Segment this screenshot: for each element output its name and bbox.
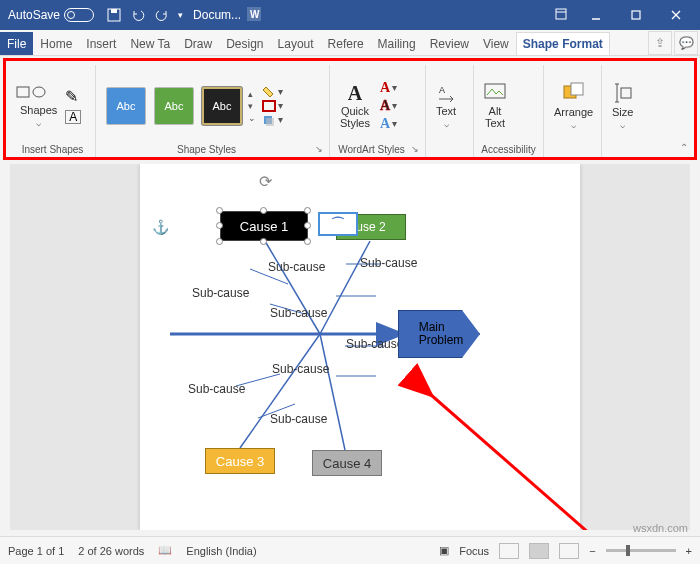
wordart-launcher-icon[interactable]: ↘ bbox=[411, 144, 419, 154]
focus-label[interactable]: Focus bbox=[459, 545, 489, 557]
maximize-button[interactable] bbox=[616, 0, 656, 30]
svg-rect-14 bbox=[266, 118, 274, 126]
spellcheck-icon[interactable]: 📖 bbox=[158, 544, 172, 557]
status-bar: Page 1 of 1 2 of 26 words 📖 English (Ind… bbox=[0, 536, 700, 564]
subcause-label: Sub-cause bbox=[192, 286, 249, 300]
svg-line-25 bbox=[265, 241, 320, 334]
tab-layout[interactable]: Layout bbox=[271, 32, 321, 55]
text-direction-icon: A bbox=[436, 83, 456, 105]
size-button[interactable]: Size bbox=[608, 82, 637, 130]
svg-rect-17 bbox=[485, 84, 505, 98]
cause-4-shape[interactable]: Cause 4 bbox=[312, 450, 382, 476]
tab-new[interactable]: New Ta bbox=[123, 32, 177, 55]
shape-outline-button[interactable]: ▾ bbox=[262, 100, 283, 112]
language-status[interactable]: English (India) bbox=[186, 545, 256, 557]
title-bar: AutoSave ▾ Docum... W bbox=[0, 0, 700, 30]
autosave-toggle[interactable] bbox=[64, 8, 94, 22]
svg-rect-10 bbox=[17, 87, 29, 97]
arrange-icon bbox=[562, 82, 586, 106]
replace-icon: ⌒ bbox=[331, 215, 345, 233]
autosave-label: AutoSave bbox=[8, 8, 60, 22]
document-area: ⚓ Sub-cause Sub-cause Sub-cause Sub-caus… bbox=[10, 164, 690, 530]
subcause-label: Sub-cause bbox=[268, 260, 325, 274]
shapes-gallery-button[interactable]: Shapes bbox=[16, 104, 61, 128]
alt-text-icon bbox=[484, 83, 506, 105]
web-layout-button[interactable] bbox=[559, 543, 579, 559]
subcause-label: Sub-cause bbox=[346, 337, 403, 351]
collapse-ribbon-icon[interactable]: ⌃ bbox=[680, 142, 688, 153]
cause-3-shape[interactable]: Cause 3 bbox=[205, 448, 275, 474]
svg-line-28 bbox=[320, 334, 345, 450]
arrange-label: Arrange bbox=[554, 106, 593, 118]
subcause-label: Sub-cause bbox=[188, 382, 245, 396]
redo-icon[interactable] bbox=[154, 7, 170, 23]
shape-circle-icon[interactable] bbox=[32, 84, 46, 102]
tab-shape-format[interactable]: Shape Format bbox=[516, 32, 610, 55]
qat-dropdown-icon[interactable]: ▾ bbox=[178, 10, 183, 20]
text-label: Text bbox=[436, 105, 456, 117]
quick-styles-label: Quick Styles bbox=[340, 105, 370, 129]
word-count[interactable]: 2 of 26 words bbox=[78, 545, 144, 557]
shape-style-blue[interactable]: Abc bbox=[106, 87, 146, 125]
svg-rect-4 bbox=[556, 9, 566, 19]
tab-design[interactable]: Design bbox=[219, 32, 270, 55]
text-effects-button[interactable]: A▾ bbox=[380, 116, 397, 132]
text-outline-button[interactable]: A▾ bbox=[380, 98, 397, 114]
tab-references[interactable]: Refere bbox=[321, 32, 371, 55]
ribbon-tabs: File Home Insert New Ta Draw Design Layo… bbox=[0, 30, 700, 56]
undo-icon[interactable] bbox=[130, 7, 146, 23]
size-label: Size bbox=[612, 106, 633, 118]
textbox-icon[interactable]: A bbox=[65, 110, 81, 124]
text-direction-button[interactable]: A Text bbox=[432, 83, 460, 129]
arrange-button[interactable]: Arrange bbox=[550, 82, 597, 130]
tab-home[interactable]: Home bbox=[33, 32, 79, 55]
focus-icon[interactable]: ▣ bbox=[439, 544, 449, 557]
shape-effects-button[interactable]: ▾ bbox=[262, 114, 283, 126]
word-icon: W bbox=[247, 7, 261, 24]
svg-rect-1 bbox=[111, 9, 117, 13]
minimize-button[interactable] bbox=[576, 0, 616, 30]
zoom-in-button[interactable]: + bbox=[686, 545, 692, 557]
autosave[interactable]: AutoSave bbox=[8, 8, 94, 22]
shape-styles-group-label: Shape Styles bbox=[177, 144, 236, 155]
edit-shape-icon[interactable]: ✎ bbox=[65, 87, 81, 106]
svg-text:W: W bbox=[250, 9, 260, 20]
svg-rect-12 bbox=[263, 101, 275, 111]
shape-style-black-selected[interactable]: Abc bbox=[202, 87, 242, 125]
tab-view[interactable]: View bbox=[476, 32, 516, 55]
close-button[interactable] bbox=[656, 0, 696, 30]
tab-file[interactable]: File bbox=[0, 32, 33, 55]
tab-insert[interactable]: Insert bbox=[79, 32, 123, 55]
subcause-label: Sub-cause bbox=[270, 412, 327, 426]
share-button[interactable]: ⇪ bbox=[648, 31, 672, 55]
svg-point-11 bbox=[33, 87, 45, 97]
cause-2-overlay[interactable]: ⌒ bbox=[318, 212, 358, 236]
subcause-label: Sub-cause bbox=[360, 256, 417, 270]
shape-style-green[interactable]: Abc bbox=[154, 87, 194, 125]
comments-button[interactable]: 💬 bbox=[674, 31, 698, 55]
print-layout-button[interactable] bbox=[529, 543, 549, 559]
size-icon bbox=[613, 82, 633, 106]
text-fill-button[interactable]: A▾ bbox=[380, 80, 397, 96]
zoom-slider[interactable] bbox=[606, 549, 676, 552]
page-count[interactable]: Page 1 of 1 bbox=[8, 545, 64, 557]
shape-styles-launcher-icon[interactable]: ↘ bbox=[315, 144, 323, 154]
read-mode-button[interactable] bbox=[499, 543, 519, 559]
svg-line-37 bbox=[430, 394, 590, 530]
zoom-out-button[interactable]: − bbox=[589, 545, 595, 557]
save-icon[interactable] bbox=[106, 7, 122, 23]
wordart-styles-group-label: WordArt Styles bbox=[338, 144, 405, 155]
tab-draw[interactable]: Draw bbox=[177, 32, 219, 55]
gallery-down-icon[interactable]: ▾ bbox=[248, 101, 256, 111]
gallery-more-icon[interactable]: ⌄ bbox=[248, 113, 256, 123]
tab-mailings[interactable]: Mailing bbox=[371, 32, 423, 55]
gallery-up-icon[interactable]: ▴ bbox=[248, 89, 256, 99]
cause-1-shape[interactable]: Cause 1 bbox=[220, 211, 308, 241]
tab-review[interactable]: Review bbox=[423, 32, 476, 55]
quick-styles-button[interactable]: A Quick Styles bbox=[336, 82, 374, 129]
shape-rect-icon[interactable] bbox=[16, 84, 30, 102]
rotate-handle-icon[interactable]: ⟳ bbox=[259, 172, 272, 191]
shape-fill-button[interactable]: ▾ bbox=[262, 86, 283, 98]
alt-text-button[interactable]: Alt Text bbox=[480, 83, 510, 129]
ribbon-display-icon[interactable] bbox=[554, 7, 568, 24]
